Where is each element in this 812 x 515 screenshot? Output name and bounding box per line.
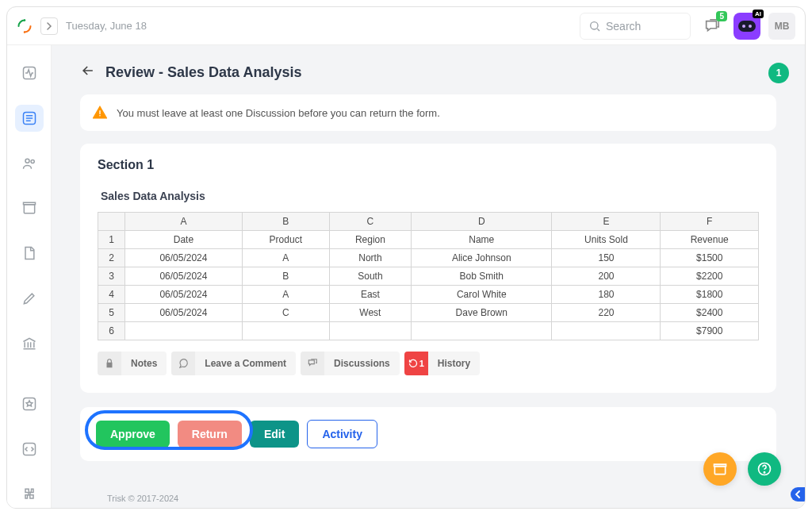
footer-copyright: Trisk © 2017-2024 [107, 494, 178, 503]
cell: $1800 [661, 286, 759, 304]
cell: A [242, 286, 329, 304]
history-icon: 1 [404, 352, 428, 375]
cell: Dave Brown [412, 304, 552, 322]
svg-rect-7 [24, 205, 34, 213]
arrow-left-icon [80, 63, 96, 79]
cell: Units Sold [552, 231, 661, 249]
fab-archive[interactable] [703, 452, 737, 486]
cell: Date [125, 231, 243, 249]
star-box-icon [21, 396, 37, 412]
sidebar-archive[interactable] [15, 194, 44, 222]
sidebar-widgets[interactable] [15, 390, 44, 418]
cell: C [242, 304, 329, 322]
edit-button[interactable]: Edit [250, 421, 299, 448]
nav-prev[interactable] [40, 17, 58, 35]
sidebar-dashboard[interactable] [15, 60, 44, 87]
svg-point-11 [99, 115, 101, 117]
topbar: Tuesday, June 18 Search 5 AI MB [7, 7, 805, 45]
activity-button[interactable]: Activity [307, 420, 377, 448]
sidebar-extensions[interactable] [15, 480, 44, 508]
sidebar-edit[interactable] [15, 285, 44, 313]
cell: South [329, 267, 411, 286]
discussion-icon [307, 358, 318, 369]
cell: $1500 [661, 249, 759, 267]
cell: 06/05/2024 [125, 249, 243, 267]
lock-icon [104, 358, 115, 369]
box-icon [712, 461, 728, 477]
chevron-left-icon [794, 490, 802, 498]
notification-count[interactable]: 1 [768, 63, 789, 83]
section-title: Section 1 [98, 158, 759, 172]
cell: $7900 [661, 322, 759, 340]
warning-icon [93, 106, 107, 120]
approve-button[interactable]: Approve [96, 421, 170, 448]
puzzle-icon [21, 486, 37, 502]
sidebar-people[interactable] [15, 149, 44, 177]
cell: Alice Johnson [412, 249, 552, 267]
tab-notes[interactable]: Notes [98, 352, 167, 375]
pulse-icon [21, 65, 37, 81]
tab-comment[interactable]: Leave a Comment [171, 352, 296, 375]
tab-discussions[interactable]: Discussions [301, 352, 400, 375]
cell: West [329, 304, 411, 322]
data-table: A B C D E F 1DateProductRegionNameUnits … [98, 212, 759, 340]
user-avatar[interactable]: MB [768, 13, 795, 40]
return-button[interactable]: Return [178, 421, 242, 448]
alert-text: You must leave at least one Discussion b… [117, 107, 440, 119]
svg-point-14 [764, 472, 764, 473]
robot-icon [738, 21, 756, 32]
sidebar [7, 45, 52, 508]
page-title: Review - Sales Data Analysis [105, 64, 301, 81]
cell: 06/05/2024 [125, 286, 243, 304]
svg-point-1 [24, 31, 26, 33]
search-icon [588, 20, 601, 33]
table-row: 6$7900 [98, 322, 759, 340]
file-icon [21, 245, 37, 261]
cell: East [329, 286, 411, 304]
row-index: 1 [98, 231, 125, 249]
comment-icon [178, 358, 189, 369]
col-header: E [552, 213, 661, 231]
sidebar-docs[interactable] [15, 240, 44, 267]
pencil-icon [21, 290, 37, 306]
app-logo [17, 18, 33, 34]
cell: $2200 [661, 267, 759, 286]
svg-point-6 [31, 159, 34, 163]
table-row: 306/05/2024BSouthBob Smith200$2200 [98, 267, 759, 286]
ai-assistant[interactable]: AI [733, 13, 760, 40]
back-button[interactable] [80, 63, 96, 82]
cell: 150 [552, 249, 661, 267]
search-input[interactable]: Search [580, 13, 691, 40]
row-index: 4 [98, 286, 125, 304]
actions-card: Approve Return Edit Activity [80, 407, 776, 461]
chat-badge: 5 [716, 11, 727, 21]
cell: Product [242, 231, 329, 249]
col-header: A [125, 213, 243, 231]
cell [412, 322, 552, 340]
cell: 180 [552, 286, 661, 304]
row-index: 5 [98, 304, 125, 322]
cell: Bob Smith [412, 267, 552, 286]
sidebar-forms[interactable] [15, 105, 44, 133]
svg-point-2 [591, 21, 598, 29]
sidebar-code[interactable] [15, 436, 44, 463]
cell: 06/05/2024 [125, 267, 243, 286]
warning-alert: You must leave at least one Discussion b… [80, 94, 776, 131]
row-index: 2 [98, 249, 125, 267]
code-icon [21, 441, 37, 457]
cell: A [242, 249, 329, 267]
sidebar-bank[interactable] [15, 329, 44, 357]
cell: 06/05/2024 [125, 304, 243, 322]
col-header: F [661, 213, 759, 231]
cell: $2400 [661, 304, 759, 322]
cell: B [242, 267, 329, 286]
tab-history[interactable]: 1 History [404, 352, 480, 375]
bank-icon [21, 336, 37, 352]
collapse-panel[interactable] [791, 487, 805, 502]
fab-help[interactable] [748, 452, 781, 486]
cell [242, 322, 329, 340]
cell [125, 322, 243, 340]
chat-button[interactable]: 5 [699, 13, 726, 40]
cell: Name [412, 231, 552, 249]
cell: Region [329, 231, 411, 249]
